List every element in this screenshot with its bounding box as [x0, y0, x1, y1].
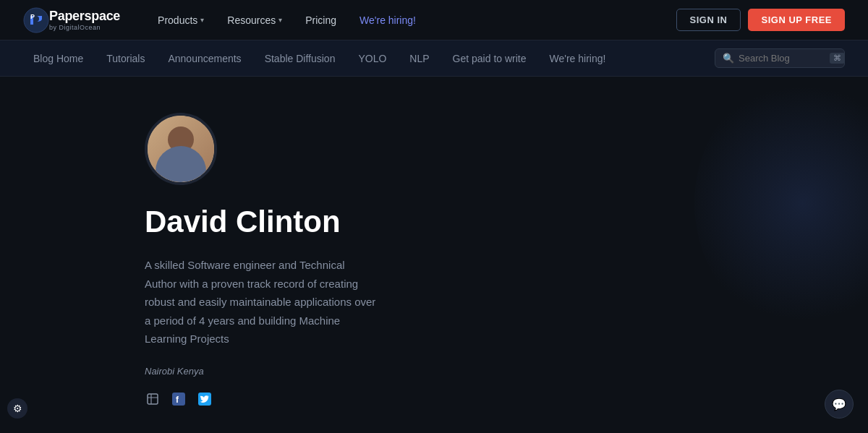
blog-nav-announcements[interactable]: Announcements: [158, 48, 251, 69]
signin-button[interactable]: SIGN IN: [676, 9, 741, 31]
settings-button[interactable]: ⚙: [7, 398, 27, 419]
svg-point-0: [24, 8, 48, 33]
search-shortcut: ⌘: [830, 53, 845, 64]
facebook-icon[interactable]: f: [171, 391, 187, 407]
nav-resources[interactable]: Resources ▾: [218, 10, 291, 30]
blog-nav-nlp[interactable]: NLP: [399, 48, 439, 69]
chat-icon: 💬: [832, 398, 846, 411]
nav-pricing[interactable]: Pricing: [297, 10, 345, 30]
twitter-icon[interactable]: [197, 391, 213, 407]
svg-rect-3: [172, 393, 185, 406]
search-input[interactable]: [739, 53, 825, 64]
blog-nav-get-paid[interactable]: Get paid to write: [443, 48, 537, 69]
blog-navigation: Blog Home Tutorials Announcements Stable…: [0, 40, 868, 77]
brand-name: Paperspace: [49, 9, 120, 24]
search-icon: 🔍: [723, 53, 734, 64]
nav-actions: SIGN IN SIGN UP FREE: [676, 9, 845, 31]
paperspace-logo-icon: P: [23, 7, 49, 33]
nav-products[interactable]: Products ▾: [149, 10, 213, 30]
blog-nav-home[interactable]: Blog Home: [23, 48, 93, 69]
logo[interactable]: P Paperspace by DigitalOcean: [23, 7, 120, 33]
search-box[interactable]: 🔍 ⌘: [715, 48, 845, 68]
blog-nav-hiring[interactable]: We're hiring!: [540, 48, 616, 69]
author-bio: A skilled Software engineer and Technica…: [145, 256, 376, 348]
chevron-down-icon: ▾: [278, 16, 282, 24]
decorative-circle: [694, 77, 868, 330]
author-avatar: [145, 113, 217, 185]
svg-rect-2: [148, 394, 158, 404]
settings-icon: ⚙: [13, 403, 22, 414]
top-navigation: P Paperspace by DigitalOcean Products ▾ …: [0, 0, 868, 40]
main-content: David Clinton A skilled Software enginee…: [0, 77, 868, 433]
blog-nav-links: Blog Home Tutorials Announcements Stable…: [23, 48, 715, 69]
blog-nav-yolo[interactable]: YOLO: [348, 48, 396, 69]
website-icon[interactable]: [145, 391, 161, 407]
svg-text:P: P: [30, 13, 35, 20]
author-social: f: [145, 391, 868, 407]
chat-button[interactable]: 💬: [825, 390, 854, 419]
avatar-image: [148, 116, 214, 182]
nav-hiring[interactable]: We're hiring!: [351, 10, 425, 30]
chevron-down-icon: ▾: [200, 16, 204, 24]
signup-button[interactable]: SIGN UP FREE: [748, 9, 845, 31]
author-location: Nairobi Kenya: [145, 366, 868, 377]
blog-nav-tutorials[interactable]: Tutorials: [96, 48, 155, 69]
brand-sub: by DigitalOcean: [49, 24, 120, 31]
nav-links: Products ▾ Resources ▾ Pricing We're hir…: [149, 10, 676, 30]
logo-text: Paperspace by DigitalOcean: [49, 9, 120, 31]
blog-nav-stable-diffusion[interactable]: Stable Diffusion: [255, 48, 346, 69]
